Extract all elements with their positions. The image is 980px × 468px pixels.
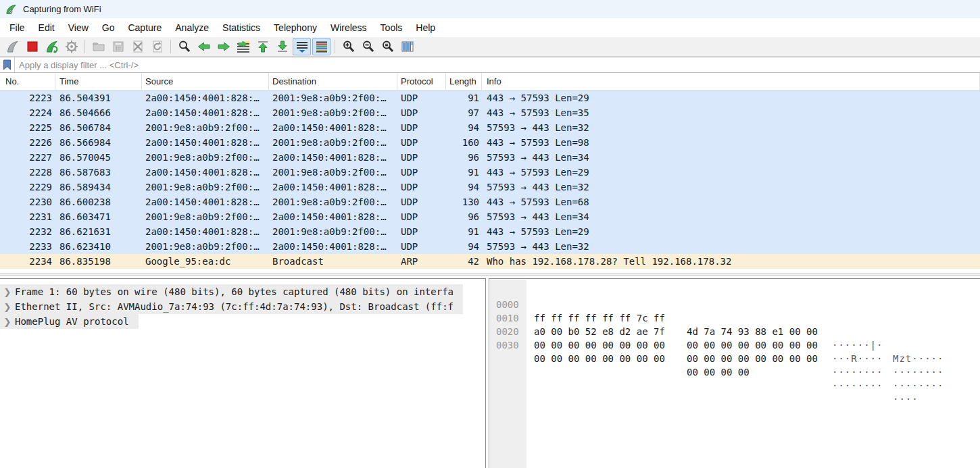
close-icon [131,40,145,53]
wireshark-logo-icon [5,4,18,15]
toolbar-separator [170,40,171,53]
chevron-right-icon[interactable]: ❯ [0,315,15,330]
zoom-in-icon [342,40,356,53]
packet-list: 2223 86.504391 2a00:1450:4001:828:… 2001… [0,90,980,269]
find-packet-button[interactable] [175,38,193,55]
hex-row[interactable]: 0020 00 00 00 00 00 00 00 00 00 00 00 00… [489,311,980,325]
save-file-button[interactable] [109,38,127,55]
menu-tools[interactable]: Tools [374,20,410,36]
magnifier-icon [178,40,191,53]
arrow-down-bar-icon [276,40,289,53]
packet-row[interactable]: 2229 86.589434 2001:9e8:a0b9:2f00:… 2a00… [0,180,980,194]
packet-bytes-pane: 0000 ff ff ff ff ff ff 7c ff 4d 7a 74 93… [489,278,980,468]
resize-columns-button[interactable] [398,38,416,55]
zoom-normal-button[interactable] [378,38,397,55]
packet-row[interactable]: 2224 86.504666 2a00:1450:4001:828:… 2001… [0,105,980,120]
reload-button[interactable] [148,38,166,55]
title-bar: Capturing from WiFi [0,0,980,18]
pane-splitter-horizontal[interactable] [0,274,980,276]
restart-fin-icon [45,40,59,53]
save-icon [112,41,124,53]
packet-row[interactable]: 2223 86.504391 2a00:1450:4001:828:… 2001… [0,90,980,105]
close-file-button[interactable] [128,38,147,55]
auto-scroll-icon [295,40,309,53]
packet-details-pane: ❯Frame 1: 60 bytes on wire (480 bits), 6… [0,278,486,468]
go-last-button[interactable] [273,38,291,55]
menu-wireless[interactable]: Wireless [324,20,374,36]
column-header-destination[interactable]: Destination [269,73,397,90]
arrow-right-icon [217,40,230,53]
stop-capture-button[interactable] [23,38,41,55]
window-title: Capturing from WiFi [23,4,101,14]
column-header-no[interactable]: No. [0,73,55,90]
goto-packet-icon [237,40,250,53]
menu-bar: File Edit View Go Capture Analyze Statis… [0,18,980,37]
packet-row[interactable]: 2231 86.603471 2001:9e8:a0b9:2f00:… 2a00… [0,209,980,224]
packet-row[interactable]: 2227 86.570045 2001:9e8:a0b9:2f00:… 2a00… [0,150,980,165]
tree-row-homeplug[interactable]: ❯HomePlug AV protocol [0,314,485,329]
column-header-info[interactable]: Info [482,73,980,90]
menu-capture[interactable]: Capture [121,20,168,36]
open-file-button[interactable] [89,38,107,55]
column-header-source[interactable]: Source [142,73,269,90]
menu-view[interactable]: View [62,20,95,36]
hex-row[interactable]: 0010 a0 00 b0 52 e8 d2 ae 7f 00 00 00 00… [489,298,980,311]
go-forward-button[interactable] [214,38,232,55]
packet-row[interactable]: 2225 86.506784 2001:9e8:a0b9:2f00:… 2a00… [0,120,980,135]
menu-analyze[interactable]: Analyze [168,20,216,36]
column-header-length[interactable]: Length [446,73,482,90]
auto-scroll-button[interactable] [293,38,311,55]
resize-columns-icon [401,40,414,53]
hex-row[interactable]: 0000 ff ff ff ff ff ff 7c ff 4d 7a 74 93… [489,284,980,298]
column-header-time[interactable]: Time [55,73,142,90]
hex-row[interactable]: 0030 00 00 00 00 00 00 00 00 00 00 00 00… [489,325,980,338]
display-filter-bar [0,57,980,73]
wireshark-window: Capturing from WiFi File Edit View Go Ca… [0,0,980,468]
start-capture-button[interactable] [3,38,22,55]
menu-telephony[interactable]: Telephony [267,20,324,36]
reload-icon [151,40,164,53]
zoom-out-button[interactable] [359,38,377,55]
chevron-right-icon[interactable]: ❯ [0,300,15,315]
filter-bookmark-button[interactable] [0,57,15,72]
shark-fin-icon [6,40,20,53]
packet-list-header: No. Time Source Destination Protocol Len… [0,73,980,90]
zoom-out-icon [362,40,375,53]
folder-icon [92,40,105,53]
column-header-protocol[interactable]: Protocol [397,73,446,90]
packet-row[interactable]: 2232 86.621631 2a00:1450:4001:828:… 2001… [0,224,980,239]
packet-row[interactable]: 2233 86.623410 2001:9e8:a0b9:2f00:… 2a00… [0,239,980,254]
colorize-button[interactable] [312,38,330,55]
stop-square-icon [26,41,39,53]
menu-go[interactable]: Go [95,20,122,36]
packet-row[interactable]: 2230 86.600238 2a00:1450:4001:828:… 2001… [0,194,980,209]
colorize-rules-icon [315,40,328,53]
zoom-in-button[interactable] [339,38,358,55]
zoom-normal-icon [381,40,395,53]
go-back-button[interactable] [195,38,213,55]
packet-row[interactable]: 2228 86.587683 2a00:1450:4001:828:… 2001… [0,165,980,180]
menu-edit[interactable]: Edit [32,20,62,36]
gear-icon [65,40,78,53]
menu-file[interactable]: File [3,20,32,36]
arrow-left-icon [197,40,211,53]
restart-capture-button[interactable] [43,38,61,55]
capture-options-button[interactable] [62,38,80,55]
tree-row-ethernet[interactable]: ❯Ethernet II, Src: AVMAudio_7a:74:93 (7c… [0,299,485,314]
chevron-right-icon[interactable]: ❯ [0,285,15,300]
main-toolbar [0,37,980,57]
tree-row-frame[interactable]: ❯Frame 1: 60 bytes on wire (480 bits), 6… [0,284,485,299]
go-first-button[interactable] [253,38,272,55]
arrow-up-bar-icon [256,40,270,53]
toolbar-separator [335,40,335,53]
packet-row[interactable]: 2226 86.566984 2a00:1450:4001:828:… 2001… [0,135,980,150]
bookmark-icon [3,59,11,70]
menu-help[interactable]: Help [409,20,442,36]
menu-statistics[interactable]: Statistics [216,20,267,36]
packet-row[interactable]: 2234 86.835198 Google_95:ea:dc Broadcast… [0,254,980,269]
toolbar-separator [84,40,85,53]
display-filter-input[interactable] [15,57,980,72]
go-to-packet-button[interactable] [234,38,252,55]
